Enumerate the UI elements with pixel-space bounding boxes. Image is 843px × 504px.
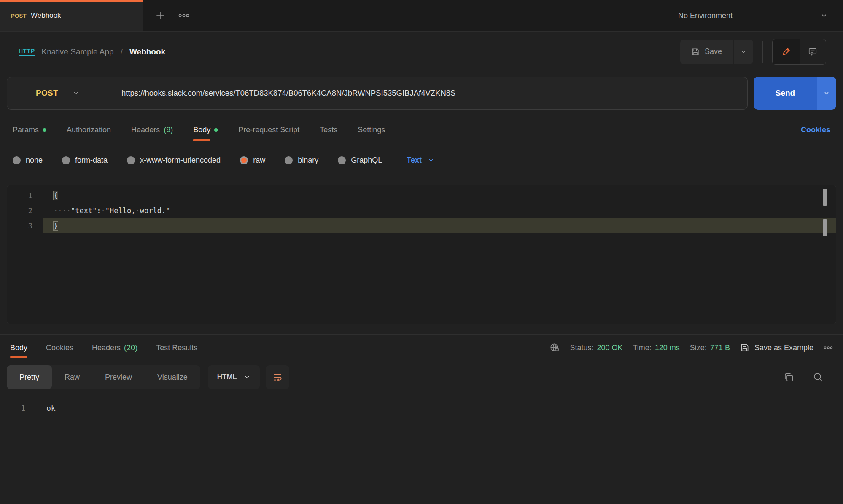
request-body-editor[interactable]: 1 { 2 ····"text":·"Hello,·world." 3 } [7,185,836,324]
view-preview[interactable]: Preview [92,365,145,389]
line-number: 3 [7,218,43,233]
comment-button[interactable] [800,39,826,64]
actions-divider [762,41,763,63]
indent-whitespace: ···· [54,206,71,215]
size-indicator[interactable]: Size: 771 B [690,343,730,352]
radio-icon [62,156,70,164]
edit-request-button[interactable] [773,39,800,64]
url-input[interactable] [113,88,747,98]
view-pretty[interactable]: Pretty [7,365,52,389]
breadcrumb-collection[interactable]: Knative Sample App [42,47,114,56]
chevron-down-icon [740,48,747,55]
cookies-link[interactable]: Cookies [801,126,830,134]
line-number: 2 [7,203,43,218]
status-indicator[interactable]: Status: 200 OK [570,343,622,352]
wrap-lines-button[interactable] [266,365,289,389]
network-info-icon[interactable] [549,343,560,353]
body-type-form-data[interactable]: form-data [62,156,108,165]
response-body[interactable]: 1 ok [0,394,843,416]
url-bar: POST [7,77,748,110]
editor-line: 1 { [7,188,836,203]
save-as-example-button[interactable]: Save as Example [740,343,813,352]
url-row: POST Send [0,72,843,115]
chevron-down-icon [820,12,828,19]
headers-count: (9) [164,126,173,134]
editor-overview-ruler[interactable] [819,185,830,324]
breadcrumb: HTTP Knative Sample App / Webhook [19,47,165,56]
line-number: 1 [0,401,35,416]
response-tab-test-results[interactable]: Test Results [156,335,197,361]
radio-icon [285,156,293,164]
tab-tests[interactable]: Tests [320,115,337,145]
response-options-button[interactable] [824,346,833,349]
editor-line: 2 ····"text":·"Hello,·world." [7,203,836,218]
response-view-switch: Pretty Raw Preview Visualize [7,365,200,389]
save-button-group: Save [680,40,753,64]
time-indicator[interactable]: Time: 120 ms [633,343,679,352]
search-response-button[interactable] [813,372,824,383]
edit-comment-group [772,39,826,65]
raw-format-select[interactable]: Text [407,156,434,165]
radio-icon [338,156,346,164]
save-button[interactable]: Save [680,40,733,64]
more-options-icon [178,13,189,18]
body-type-none[interactable]: none [13,156,43,165]
body-type-row: none form-data x-www-form-urlencoded raw… [0,145,843,175]
active-tab-accent [0,0,143,2]
pencil-icon [781,47,791,56]
send-button-group: Send [754,77,836,110]
tab-headers[interactable]: Headers (9) [131,115,173,145]
comment-icon [808,47,817,56]
code-text: "text": [71,206,101,215]
plus-icon [155,10,166,21]
method-label: POST [36,88,58,98]
view-visualize[interactable]: Visualize [145,365,200,389]
save-options-button[interactable] [734,40,753,64]
breadcrumb-request-name[interactable]: Webhook [129,47,165,56]
tab-settings[interactable]: Settings [358,115,385,145]
response-toolbar: Pretty Raw Preview Visualize HTML [0,361,843,394]
response-tab-cookies[interactable]: Cookies [46,335,73,361]
copy-response-button[interactable] [783,372,794,383]
copy-icon [783,372,794,383]
tab-body[interactable]: Body [193,115,218,145]
view-raw[interactable]: Raw [52,365,92,389]
response-tab-body[interactable]: Body [10,335,27,361]
environment-label: No Environment [678,11,733,20]
open-brace: { [54,191,58,200]
response-format-select[interactable]: HTML [208,365,260,389]
response-section: Body Cookies Headers (20) Test Results S… [0,334,843,416]
response-tab-headers[interactable]: Headers (20) [92,335,137,361]
environment-selector[interactable]: No Environment [660,0,843,31]
body-type-binary[interactable]: binary [285,156,318,165]
editor-line-active: 3 } [7,218,836,233]
ruler-mark [823,189,827,206]
send-options-button[interactable] [817,77,836,110]
body-type-graphql[interactable]: GraphQL [338,156,382,165]
chevron-down-icon [823,90,830,97]
response-toolbar-right [783,372,836,383]
body-active-dot [214,128,218,132]
body-type-raw[interactable]: raw [240,156,265,165]
method-select[interactable]: POST [7,88,113,98]
status-value: 200 OK [597,343,622,352]
response-headers-count: (20) [124,343,137,352]
tab-pre-request-script[interactable]: Pre-request Script [238,115,299,145]
tab-authorization[interactable]: Authorization [67,115,111,145]
search-icon [813,372,824,383]
send-button[interactable]: Send [754,77,817,110]
tab-method-badge: POST [11,13,27,19]
postman-app: POST Webhook No Environment HTTP Knative… [0,0,843,504]
wrap-text-icon [272,372,283,382]
tab-params[interactable]: Params [13,115,46,145]
new-tab-button[interactable] [148,0,172,31]
raw-format-label: Text [407,156,422,165]
response-text: ok [35,401,56,416]
request-tab[interactable]: POST Webhook [0,0,143,31]
http-protocol-icon: HTTP [19,48,35,56]
radio-icon [13,156,21,164]
tab-options-button[interactable] [172,0,196,31]
body-type-urlencoded[interactable]: x-www-form-urlencoded [127,156,221,165]
save-icon [691,48,700,56]
close-brace: } [54,222,58,230]
